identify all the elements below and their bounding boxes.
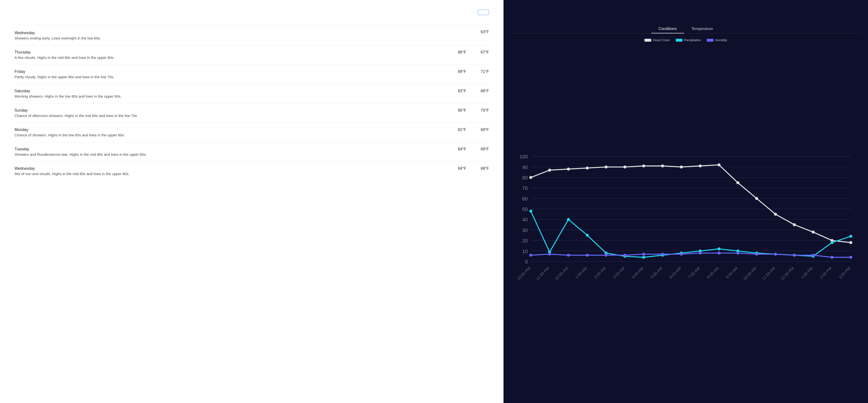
- svg-point-41: [548, 168, 551, 172]
- svg-text:0: 0: [525, 259, 527, 265]
- svg-text:20: 20: [522, 238, 528, 243]
- svg-text:2:00 AM: 2:00 AM: [593, 266, 607, 279]
- high-temp: 86°F: [458, 50, 466, 55]
- chart-container: Cloud Cover Precipitation Humidity 01020…: [511, 38, 861, 398]
- day-name: Friday: [14, 69, 25, 74]
- left-panel: Wednesday63°FShowers ending early. Lows …: [0, 0, 503, 403]
- svg-point-48: [680, 165, 683, 168]
- forecast-description: Mix of sun and clouds. Highs in the mid …: [14, 172, 489, 176]
- svg-point-50: [717, 163, 720, 166]
- legend-precipitation: Precipitation: [676, 38, 701, 42]
- header-row: [14, 10, 489, 15]
- svg-text:11:00 PM: 11:00 PM: [535, 266, 550, 281]
- svg-point-54: [793, 223, 796, 226]
- forecast-description: Chance of showers. Highs in the low 80s …: [14, 133, 489, 137]
- day-name: Saturday: [14, 89, 30, 93]
- right-panel: Conditions Temperature Cloud Cover Preci…: [503, 0, 868, 403]
- svg-point-47: [661, 164, 664, 167]
- svg-text:90: 90: [522, 164, 528, 170]
- svg-point-45: [623, 165, 626, 168]
- cloud-cover-color: [645, 39, 651, 42]
- forecast-description: Morning showers. Highs in the low 80s an…: [14, 94, 489, 98]
- forecast-row: Sunday85°F70°FChance of afternoon shower…: [14, 103, 489, 123]
- svg-point-82: [642, 253, 645, 255]
- day-name: Tuesday: [14, 147, 29, 151]
- svg-text:3:00 PM: 3:00 PM: [838, 266, 851, 279]
- svg-point-57: [849, 241, 852, 244]
- svg-text:12:00 AM: 12:00 AM: [554, 266, 569, 281]
- svg-point-49: [699, 164, 702, 167]
- low-temp: 67°F: [481, 50, 489, 55]
- day-name: Wednesday: [14, 166, 35, 171]
- high-temp: 84°F: [458, 166, 466, 171]
- svg-point-93: [849, 256, 852, 259]
- svg-text:100: 100: [519, 154, 527, 159]
- day-name: Monday: [14, 128, 28, 132]
- svg-text:11:00 AM: 11:00 AM: [761, 266, 776, 281]
- svg-text:5:00 AM: 5:00 AM: [650, 266, 663, 279]
- svg-point-51: [736, 181, 739, 184]
- svg-text:60: 60: [522, 196, 528, 202]
- tab-conditions[interactable]: Conditions: [651, 25, 684, 33]
- precipitation-color: [676, 39, 682, 42]
- high-temp: 81°F: [458, 128, 466, 132]
- svg-text:12:00 PM: 12:00 PM: [780, 266, 795, 281]
- svg-text:1:00 PM: 1:00 PM: [800, 266, 813, 279]
- chart-area: 010203040506070809010010:00 PM11:00 PM12…: [511, 45, 861, 398]
- svg-text:50: 50: [522, 206, 528, 212]
- svg-point-46: [642, 164, 645, 167]
- svg-text:9:00 AM: 9:00 AM: [725, 266, 738, 279]
- svg-text:8:00 AM: 8:00 AM: [706, 266, 719, 279]
- svg-point-91: [812, 254, 814, 256]
- low-temp: 69°F: [481, 128, 489, 132]
- svg-point-58: [529, 210, 532, 212]
- svg-point-74: [831, 241, 833, 244]
- svg-point-92: [831, 256, 833, 259]
- low-temp: 70°F: [481, 108, 489, 113]
- conditions-chart: 010203040506070809010010:00 PM11:00 PM12…: [511, 45, 861, 398]
- forecast-row: Wednesday63°FShowers ending early. Lows …: [14, 25, 489, 45]
- svg-point-64: [642, 256, 645, 259]
- svg-point-77: [548, 253, 551, 255]
- svg-point-88: [755, 253, 758, 255]
- svg-point-52: [755, 197, 758, 200]
- svg-point-86: [717, 252, 720, 254]
- svg-point-55: [812, 230, 814, 234]
- svg-text:6:00 AM: 6:00 AM: [669, 266, 682, 279]
- svg-text:2:00 PM: 2:00 PM: [819, 266, 832, 279]
- forecast-row: Saturday83°F68°FMorning showers. Highs i…: [14, 84, 489, 103]
- svg-text:10:00 AM: 10:00 AM: [742, 266, 757, 281]
- refresh-location-button[interactable]: [478, 10, 489, 15]
- high-temp: 83°F: [458, 89, 466, 93]
- tab-temperature[interactable]: Temperature: [684, 25, 720, 33]
- svg-text:1:00 AM: 1:00 AM: [574, 266, 588, 279]
- svg-point-85: [699, 252, 702, 254]
- svg-point-68: [717, 247, 720, 250]
- high-temp: 84°F: [458, 147, 466, 151]
- low-temp: 68°F: [481, 89, 489, 93]
- forecast-row: Friday89°F71°FPartly cloudy. Highs in th…: [14, 64, 489, 84]
- svg-text:80: 80: [522, 175, 528, 180]
- svg-point-61: [586, 234, 589, 237]
- forecast-list: Wednesday63°FShowers ending early. Lows …: [14, 25, 489, 181]
- svg-point-89: [774, 253, 777, 255]
- svg-point-43: [586, 166, 589, 169]
- svg-text:10:00 PM: 10:00 PM: [516, 266, 531, 281]
- svg-point-75: [849, 235, 852, 238]
- svg-point-80: [604, 254, 608, 256]
- high-temp: 89°F: [458, 69, 466, 74]
- svg-point-53: [774, 213, 777, 216]
- svg-point-81: [623, 254, 626, 256]
- svg-text:40: 40: [522, 217, 528, 223]
- forecast-description: Partly cloudy. Highs in the upper 80s an…: [14, 75, 489, 79]
- svg-point-44: [604, 165, 608, 168]
- svg-point-83: [661, 253, 664, 255]
- forecast-row: Thursday86°F67°FA few clouds. Highs in t…: [14, 45, 489, 64]
- legend-humidity: Humidity: [707, 38, 727, 42]
- forecast-description: Chance of afternoon showers. Highs in th…: [14, 114, 489, 118]
- svg-point-84: [680, 253, 683, 255]
- forecast-row: Monday81°F69°FChance of showers. Highs i…: [14, 123, 489, 142]
- legend-cloud-cover: Cloud Cover: [645, 38, 670, 42]
- low-temp: 63°F: [481, 30, 489, 34]
- svg-text:70: 70: [522, 185, 528, 191]
